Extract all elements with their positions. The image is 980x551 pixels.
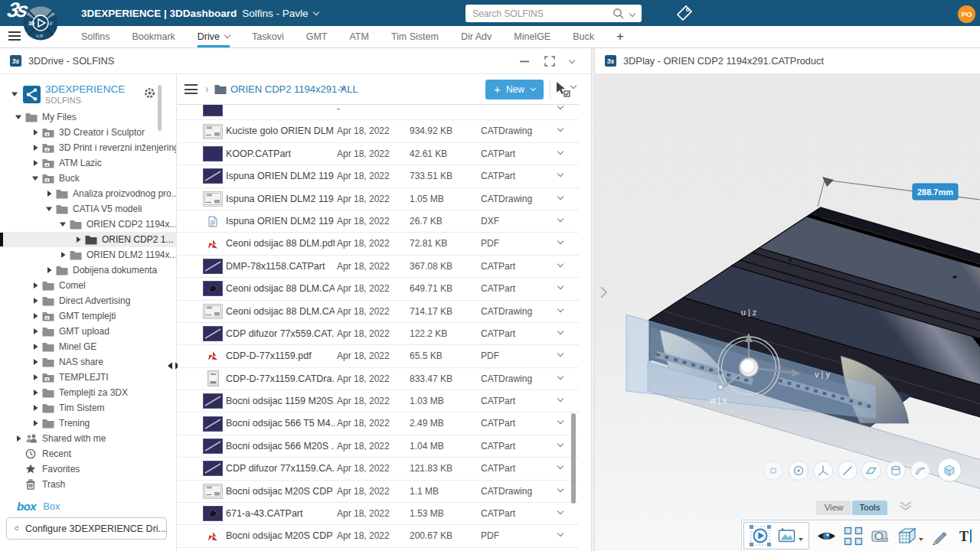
- file-row[interactable]: DMP-78x1158.CATPartApr 18, 2022367.08 KB…: [178, 256, 579, 278]
- file-actions-chevron-icon[interactable]: [557, 418, 564, 424]
- file-name[interactable]: Bocni odsijac 566 T5 M4...: [226, 412, 335, 435]
- text-tool-icon[interactable]: T: [956, 527, 975, 546]
- tree-expand-arrow-icon[interactable]: [44, 266, 54, 274]
- tree-expand-arrow-icon[interactable]: [31, 328, 40, 335]
- tree-expand-arrow-icon[interactable]: [74, 236, 83, 243]
- tree-expand-arrow-icon[interactable]: [31, 358, 40, 366]
- file-row[interactable]: Kuciste golo ORIEN DLM...Apr 18, 2022934…: [178, 120, 579, 142]
- tree-expand-arrow-icon[interactable]: [31, 129, 40, 136]
- tag-icon[interactable]: [675, 5, 694, 23]
- file-name[interactable]: KOOP.CATPart: [226, 143, 335, 165]
- search-input[interactable]: [466, 8, 611, 19]
- file-row[interactable]: Bocni odsijac 566 T5 M4...Apr 18, 20222.…: [178, 412, 579, 435]
- tree-collapse-arrow-icon[interactable]: [44, 205, 54, 213]
- file-actions-chevron-icon[interactable]: [557, 485, 564, 491]
- tree-item-gmt-templejti[interactable]: AGMT templejti: [0, 308, 176, 324]
- tree-item-minel-ge[interactable]: Minel GE: [0, 339, 176, 354]
- workspace-chevron-icon[interactable]: [312, 8, 318, 15]
- viewer-tab-view[interactable]: View: [816, 500, 851, 515]
- 3d-viewport[interactable]: 288.7mm u | z v | y w | x: [595, 74, 980, 551]
- tree-item-buck[interactable]: ABuck: [0, 171, 176, 186]
- tree-item-orien-cdp2-1194x[interactable]: ORIEN CDP2 1194x...: [0, 217, 176, 232]
- markup-tool-icon[interactable]: [929, 526, 950, 546]
- filter-plane-button[interactable]: [861, 461, 881, 481]
- collapse-arrow-icon[interactable]: [11, 90, 18, 98]
- filter-cube-button[interactable]: [937, 458, 962, 482]
- new-dropdown-chevron-icon[interactable]: [531, 86, 536, 91]
- file-actions-chevron-icon[interactable]: [557, 508, 564, 514]
- section-tool-icon[interactable]: [897, 526, 923, 546]
- panel-expand-chevron-icon[interactable]: [599, 285, 609, 299]
- file-row[interactable]: CDP difuzor 77x559.CAT...Apr 18, 2022122…: [178, 323, 579, 345]
- snapshot-tool-icon[interactable]: [777, 526, 803, 546]
- tree-item-my-files[interactable]: My Files: [0, 109, 176, 125]
- tree-expand-arrow-icon[interactable]: [31, 343, 40, 350]
- breadcrumb[interactable]: ORIEN CDP2 1194x291-ALL: [230, 83, 358, 95]
- filter-ribbon-button[interactable]: [910, 461, 930, 481]
- file-row[interactable]: CDP-D-77x1159.CATDra...Apr 18, 2022833.4…: [178, 368, 579, 390]
- visibility-tool-icon[interactable]: [816, 526, 837, 546]
- tree-item-direct-advertising[interactable]: Direct Advertising: [0, 293, 176, 308]
- file-row[interactable]: Ceoni odsijac 88 DLM.CA...Apr 18, 202271…: [178, 301, 579, 323]
- selection-mode-icon[interactable]: [554, 81, 571, 98]
- file-actions-chevron-icon[interactable]: [557, 105, 564, 109]
- box-service-item[interactable]: box Box: [0, 497, 60, 514]
- file-row[interactable]: Ispuna ORIEN DLM2 119...Apr 18, 202226.7…: [178, 210, 579, 233]
- file-row[interactable]: Bocni odsijac 1159 M20S...Apr 18, 20221.…: [178, 390, 579, 412]
- global-search[interactable]: [466, 5, 642, 22]
- file-actions-chevron-icon[interactable]: [557, 305, 564, 311]
- explode-tool-icon[interactable]: [843, 526, 864, 546]
- new-button[interactable]: + New: [485, 80, 544, 99]
- workspace-name[interactable]: Solfins - Pavle: [242, 8, 308, 19]
- file-actions-chevron-icon[interactable]: [557, 126, 564, 132]
- file-name[interactable]: Ispuna ORIEN DLM2 119...: [226, 165, 335, 187]
- file-actions-chevron-icon[interactable]: [557, 350, 564, 357]
- box-label[interactable]: Box: [43, 500, 60, 512]
- tab-gmt[interactable]: GMT: [306, 26, 328, 47]
- tree-item-3d-creator-i-sculptor[interactable]: A3D Creator i Sculptor: [0, 125, 176, 140]
- tab-buck[interactable]: Buck: [573, 26, 594, 47]
- tree-root-title[interactable]: 3DEXPERIENCE: [45, 83, 125, 95]
- tree-expand-arrow-icon[interactable]: [44, 190, 54, 197]
- tab-dir-adv[interactable]: Dir Adv: [461, 26, 492, 47]
- tree-collapse-arrow-icon[interactable]: [14, 113, 23, 121]
- file-actions-chevron-icon[interactable]: [557, 373, 564, 379]
- minimize-widget-icon[interactable]: [519, 56, 530, 67]
- main-menu-icon[interactable]: [8, 31, 21, 43]
- tree-item-templejti-za-3dx[interactable]: Templejti za 3DX: [0, 385, 176, 400]
- tree-item-atm-lazic[interactable]: AATM Lazic: [0, 155, 176, 171]
- filter-point-button[interactable]: [763, 461, 783, 481]
- file-name[interactable]: Ceoni odsijac 88 DLM.CA...: [226, 301, 335, 323]
- tree-expand-arrow-icon[interactable]: [31, 144, 40, 152]
- tab-taskovi[interactable]: Taskovi: [252, 26, 284, 47]
- tree-collapse-arrow-icon[interactable]: [31, 174, 40, 182]
- tree-item-orien-cdp2-1[interactable]: ORIEN CDP2 1...: [0, 232, 176, 247]
- file-actions-chevron-icon[interactable]: [557, 148, 564, 155]
- file-name[interactable]: Ispuna ORIEN DLM2 119...: [226, 210, 335, 233]
- file-actions-chevron-icon[interactable]: [557, 283, 564, 289]
- tree-item-orien-dlm2-1194x[interactable]: ORIEN DLM2 1194x...: [0, 247, 176, 262]
- tree-expand-arrow-icon[interactable]: [14, 435, 23, 442]
- tree-item-analiza-proizvodnog-pro[interactable]: Analiza proizvodnog pro...: [0, 186, 176, 201]
- file-actions-chevron-icon[interactable]: [557, 463, 564, 469]
- add-tab-button[interactable]: +: [616, 26, 624, 47]
- gear-icon[interactable]: [143, 86, 156, 99]
- file-actions-chevron-icon[interactable]: [557, 238, 564, 244]
- configure-drive-button[interactable]: Configure 3DEXPERIENCE Dri...: [6, 517, 167, 540]
- tab-bookmark[interactable]: Bookmark: [132, 26, 175, 47]
- tab-drive[interactable]: Drive: [198, 26, 230, 47]
- tree-item-dobijena-dokumenta[interactable]: Dobijena dokumenta: [0, 262, 176, 278]
- list-menu-icon[interactable]: [185, 84, 198, 97]
- filter-axis-button[interactable]: [813, 461, 833, 481]
- filter-target-button[interactable]: [789, 461, 808, 481]
- file-row[interactable]: CDP difuzor 77x1159.CA...Apr 18, 2022121…: [178, 458, 579, 480]
- file-actions-chevron-icon[interactable]: [557, 171, 564, 177]
- tree-item-templejti[interactable]: ATEMPLEJTI: [0, 370, 176, 385]
- measure-tool-icon[interactable]: [870, 526, 890, 546]
- file-name[interactable]: CDP difuzor 77x559.CAT...: [226, 323, 335, 345]
- tab-tim-sistem[interactable]: Tim Sistem: [391, 26, 439, 47]
- file-name[interactable]: CDP difuzor 77x1159.CA...: [226, 458, 335, 480]
- tree-expand-arrow-icon[interactable]: [31, 282, 40, 289]
- tab-solfins[interactable]: Solfins: [81, 26, 110, 47]
- file-row[interactable]: Bocni odsijac M20S CDP ...Apr 18, 20221.…: [178, 481, 579, 503]
